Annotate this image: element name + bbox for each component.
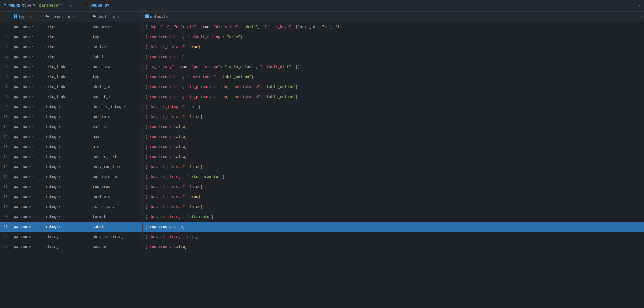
- cell-metadata: {"default_string": "attribute"}: [142, 212, 644, 222]
- row-number: 12: [0, 132, 11, 142]
- table-row[interactable]: 20parameterintegerformat{"default_string…: [0, 212, 644, 222]
- svg-point-12: [95, 16, 96, 17]
- table-row[interactable]: 10parameterintegermultiple{"default_bool…: [0, 112, 644, 122]
- cell-parent-id: arke_link: [43, 82, 90, 92]
- close-filter-button[interactable]: ×: [68, 3, 74, 9]
- cell-child-id: type: [90, 32, 142, 42]
- cell-type: parameter: [11, 42, 43, 52]
- table-row[interactable]: 21parameterintegerlabel{"required": true…: [0, 222, 644, 232]
- cell-metadata: {"default_string": null}: [142, 232, 644, 242]
- cell-metadata: {"required": false}: [142, 132, 644, 142]
- metadata-col-label: metadata: [150, 15, 168, 19]
- row-number: 22: [0, 232, 11, 242]
- row-number: 21: [0, 222, 11, 232]
- cell-child-id: active: [90, 42, 142, 52]
- table-row[interactable]: 19parameterintegeris_primary{"default_bo…: [0, 202, 644, 212]
- row-number: 3: [0, 42, 11, 52]
- row-number: 1: [0, 22, 11, 32]
- col-header-metadata[interactable]: metadata ▾: [142, 12, 644, 22]
- svg-rect-16: [147, 16, 149, 18]
- right-chevron[interactable]: ▾: [639, 3, 641, 8]
- row-number: 11: [0, 122, 11, 132]
- table-row[interactable]: 4parameterarkelabel{"required": true}: [0, 52, 644, 62]
- parent-id-col-icon: [45, 14, 49, 19]
- svg-marker-0: [3, 4, 7, 7]
- cell-metadata: {"is_primary": true, "persistence": "tab…: [142, 62, 644, 72]
- cell-child-id: child_id: [90, 82, 142, 92]
- svg-point-10: [48, 16, 49, 17]
- cell-child-id: unique: [90, 242, 142, 252]
- table-row[interactable]: 14parameterintegerhelper_text{"required"…: [0, 152, 644, 162]
- cell-parent-id: integer: [43, 182, 90, 192]
- cell-type: parameter: [11, 132, 43, 142]
- col-header-parent-id[interactable]: parent_id ⇅ ⋮: [43, 12, 90, 22]
- table-row[interactable]: 6parameterarke_linktype{"required": true…: [0, 72, 644, 82]
- table-row[interactable]: 22parameterstringdefault_string{"default…: [0, 232, 644, 242]
- cell-metadata: {"required": true}: [142, 52, 644, 62]
- cell-child-id: min: [90, 142, 142, 152]
- cell-parent-id: integer: [43, 142, 90, 152]
- cell-child-id: label: [90, 222, 142, 232]
- cell-parent-id: integer: [43, 102, 90, 112]
- row-number: 16: [0, 172, 11, 182]
- table-row[interactable]: 17parameterintegerrequired{"default_bool…: [0, 182, 644, 192]
- child-sort[interactable]: ⇅: [118, 15, 120, 18]
- cell-parent-id: integer: [43, 112, 90, 122]
- parent-sort[interactable]: ⇅: [73, 15, 74, 18]
- cell-metadata: {"depth": 0, "multiple": true, "directio…: [142, 22, 644, 32]
- col-header-child-id[interactable]: child_id ⇅ ⋮: [90, 12, 142, 22]
- table-row[interactable]: 15parameterintegeronly_run_time{"default…: [0, 162, 644, 172]
- cell-parent-id: integer: [43, 212, 90, 222]
- table-row[interactable]: 11parameterintegervalues{"required": fal…: [0, 122, 644, 132]
- cell-metadata: {"default_integer": null}: [142, 102, 644, 112]
- cell-type: parameter: [11, 62, 43, 72]
- cell-metadata: {"default_boolean": false}: [142, 162, 644, 172]
- cell-parent-id: arke: [43, 22, 90, 32]
- col-header-type[interactable]: type ⇅ ⋮: [11, 12, 43, 22]
- table-row[interactable]: 2parameterarketype{"required": true, "de…: [0, 32, 644, 42]
- cell-parent-id: string: [43, 242, 90, 252]
- table-row[interactable]: 18parameterintegernullable{"default_bool…: [0, 192, 644, 202]
- row-number: 4: [0, 52, 11, 62]
- child-resize[interactable]: ⋮: [139, 14, 140, 19]
- table-row[interactable]: 1parameterarkeparameters{"depth": 0, "mu…: [0, 22, 644, 32]
- cell-metadata: {"required": false}: [142, 122, 644, 132]
- table-row[interactable]: 3parameterarkeactive{"default_boolean": …: [0, 42, 644, 52]
- table-row[interactable]: 13parameterintegermin{"required": false}: [0, 142, 644, 152]
- svg-rect-13: [145, 14, 147, 16]
- row-number: 7: [0, 82, 11, 92]
- cell-child-id: label: [90, 52, 142, 62]
- cell-metadata: {"required": true, "is_primary": true, "…: [142, 82, 644, 92]
- table-row[interactable]: 9parameterintegerdefault_integer{"defaul…: [0, 102, 644, 112]
- cell-type: parameter: [11, 182, 43, 192]
- cell-parent-id: integer: [43, 202, 90, 212]
- table-row[interactable]: 12parameterintegermax{"required": false}: [0, 132, 644, 142]
- type-resize[interactable]: ⋮: [39, 14, 40, 19]
- type-sort[interactable]: ⇅: [30, 15, 32, 18]
- filter-icon: [3, 3, 7, 8]
- cell-child-id: only_run_time: [90, 162, 142, 172]
- svg-rect-1: [85, 4, 88, 4]
- cell-metadata: {"required": false}: [142, 152, 644, 162]
- order-section: ORDER BY: [85, 3, 109, 8]
- table-row[interactable]: 16parameterintegerpersistence{"default_s…: [0, 172, 644, 182]
- table-row[interactable]: 8parameterarke_linkparent_id{"required":…: [0, 92, 644, 102]
- cell-type: parameter: [11, 162, 43, 172]
- table-row[interactable]: 5parameterarke_linkmetadata{"is_primary"…: [0, 62, 644, 72]
- cell-type: parameter: [11, 172, 43, 182]
- parent-resize[interactable]: ⋮: [86, 14, 87, 19]
- cell-type: parameter: [11, 72, 43, 82]
- cell-parent-id: integer: [43, 152, 90, 162]
- cell-parent-id: string: [43, 232, 90, 242]
- table-row[interactable]: 7parameterarke_linkchild_id{"required": …: [0, 82, 644, 92]
- cell-type: parameter: [11, 142, 43, 152]
- table-row[interactable]: 23parameterstringunique{"required": fals…: [0, 242, 644, 252]
- cell-metadata: {"required": true, "default_string": "ar…: [142, 32, 644, 42]
- svg-rect-7: [14, 16, 16, 18]
- cell-child-id: type: [90, 72, 142, 82]
- metadata-resize[interactable]: ▾: [640, 14, 641, 19]
- svg-rect-3: [85, 6, 86, 6]
- cell-parent-id: arke: [43, 32, 90, 42]
- row-num-header: [0, 12, 11, 22]
- metadata-col-icon: [145, 14, 149, 19]
